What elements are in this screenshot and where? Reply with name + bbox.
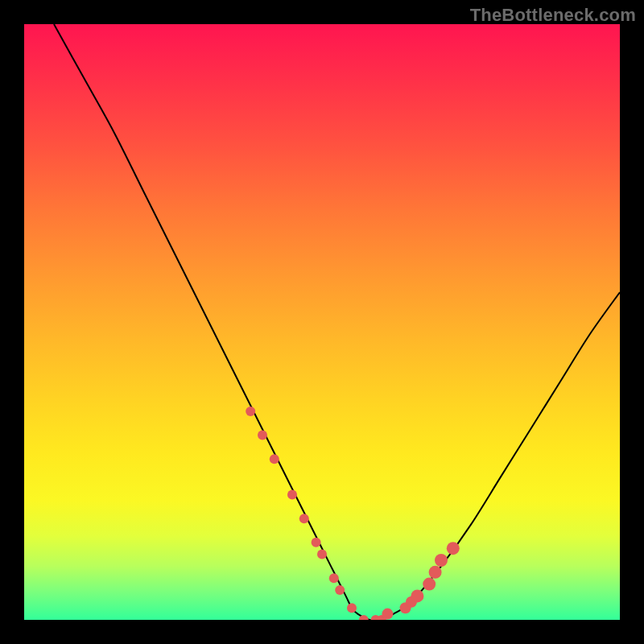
marker-point: [270, 454, 279, 464]
marker-point: [447, 542, 460, 555]
marker-point: [429, 566, 442, 579]
watermark-text: TheBottleneck.com: [470, 5, 636, 26]
marker-point: [299, 514, 309, 523]
marker-point: [435, 554, 448, 567]
marker-point: [347, 603, 357, 613]
marker-point: [382, 609, 393, 620]
marker-point: [258, 431, 267, 440]
marker-point: [423, 578, 436, 591]
plot-area: [24, 24, 620, 620]
marker-point: [317, 550, 327, 559]
marker-point: [329, 573, 339, 583]
marker-point: [246, 407, 255, 416]
marker-point: [312, 538, 321, 547]
bottleneck-curve: [54, 24, 620, 620]
chart-svg: [24, 24, 620, 620]
marker-point: [411, 589, 423, 602]
chart-frame: TheBottleneck.com: [0, 0, 644, 644]
marker-point: [287, 490, 297, 500]
highlighted-points: [246, 407, 460, 620]
marker-point: [335, 585, 345, 595]
